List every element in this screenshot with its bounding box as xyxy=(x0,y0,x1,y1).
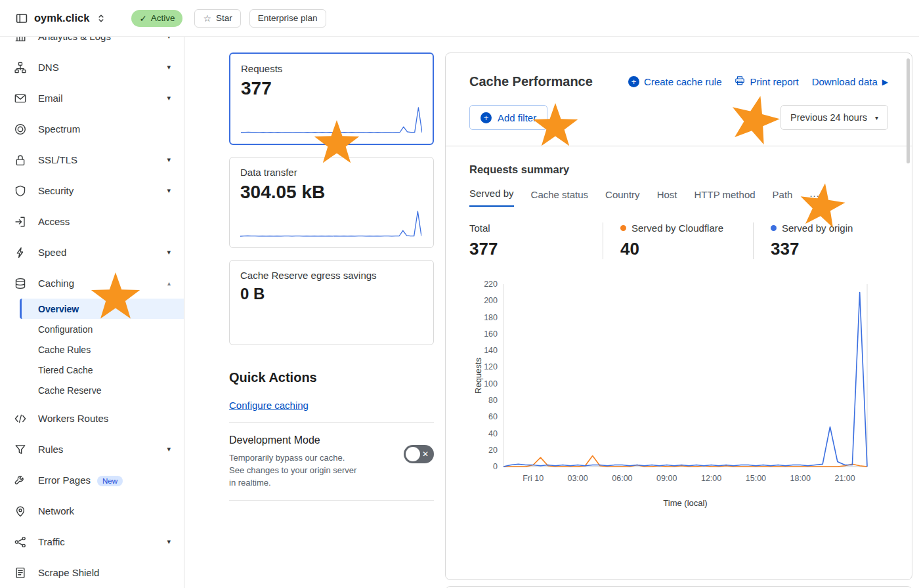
svg-text:Fri 10: Fri 10 xyxy=(523,474,544,483)
plus-circle-icon: + xyxy=(628,76,639,87)
chevron-down-icon: ▾ xyxy=(167,537,171,546)
sidebar-item-error-pages[interactable]: Error PagesNew xyxy=(0,465,184,495)
sidebar-item-security[interactable]: Security ▾ xyxy=(0,175,184,206)
sidebar-item-network[interactable]: Network xyxy=(0,495,184,526)
svg-text:20: 20 xyxy=(488,446,498,455)
tab-served-by[interactable]: Served by xyxy=(469,188,514,207)
sidebar-item-speed[interactable]: Speed ▾ xyxy=(0,237,184,268)
svg-text:03:00: 03:00 xyxy=(567,474,588,483)
sidebar-item-analytics[interactable]: Analytics & Logs ▾ xyxy=(0,37,184,52)
tab-host[interactable]: Host xyxy=(657,189,677,207)
tab-http-method[interactable]: HTTP method xyxy=(694,189,755,207)
email-icon xyxy=(14,93,26,104)
sidebar-item-dns[interactable]: DNS ▾ xyxy=(0,52,184,83)
lock-icon xyxy=(14,154,26,166)
scrollbar-thumb[interactable] xyxy=(907,58,910,163)
sidebar-panel-icon[interactable] xyxy=(16,12,28,24)
main-content: Requests 377 Data transfer 304.05 kB Cac… xyxy=(184,37,919,588)
sidebar-item-email[interactable]: Email ▾ xyxy=(0,83,184,114)
requests-sparkline xyxy=(241,104,422,135)
sidebar-item-spectrum[interactable]: Spectrum xyxy=(0,114,184,144)
divider xyxy=(229,422,434,423)
sidebar-item-caching[interactable]: Caching ▴ xyxy=(0,268,184,299)
sidebar-item-ssl-tls[interactable]: SSL/TLS ▾ xyxy=(0,144,184,175)
document-icon xyxy=(14,567,26,579)
chevron-down-icon: ▾ xyxy=(167,186,171,195)
shield-icon xyxy=(14,185,26,197)
chevron-down-icon: ▾ xyxy=(167,248,171,257)
blue-dot-icon xyxy=(771,225,777,231)
svg-text:200: 200 xyxy=(484,296,498,305)
orange-dot-icon xyxy=(620,225,626,231)
dev-mode-description: Temporarily bypass our cache. See change… xyxy=(229,452,359,490)
sidebar-nav: Analytics & Logs ▾ DNS ▾ Email ▾ Spectru… xyxy=(0,37,184,588)
requests-summary-title: Requests summary xyxy=(469,163,888,176)
cache-reserve-card[interactable]: Cache Reserve egress savings 0 B xyxy=(229,260,434,345)
more-tabs-ellipsis-icon[interactable]: ... xyxy=(809,188,820,207)
tab-cache-status[interactable]: Cache status xyxy=(531,189,589,207)
add-filter-button[interactable]: + Add filter xyxy=(469,105,547,130)
create-cache-rule-link[interactable]: + Create cache rule xyxy=(628,76,721,87)
site-name: oymk.click xyxy=(34,12,89,24)
panel-title: Cache Performance xyxy=(469,74,593,89)
svg-text:60: 60 xyxy=(488,412,498,421)
summary-stats: Total 377 Served by Cloudflare 40 Served… xyxy=(469,222,888,259)
svg-text:12:00: 12:00 xyxy=(701,474,721,483)
bolt-icon xyxy=(14,247,26,259)
chevron-up-icon: ▴ xyxy=(167,280,171,287)
star-button[interactable]: ☆ Star xyxy=(194,9,240,28)
sidebar-item-tiered-cache[interactable]: Tiered Cache xyxy=(0,360,184,380)
database-icon xyxy=(14,278,26,289)
stat-served-by-origin: Served by origin 337 xyxy=(753,222,866,259)
sidebar-item-rules[interactable]: Rules ▾ xyxy=(0,434,184,465)
configure-caching-link[interactable]: Configure caching xyxy=(229,400,309,411)
chevron-down-icon: ▾ xyxy=(167,156,171,164)
sidebar-item-traffic[interactable]: Traffic ▾ xyxy=(0,526,184,557)
sidebar-item-workers-routes[interactable]: Workers Routes xyxy=(0,403,184,434)
print-report-link[interactable]: Print report xyxy=(735,75,798,88)
svg-text:160: 160 xyxy=(484,329,498,339)
toggle-knob xyxy=(406,447,420,461)
chart-y-axis-label: Requests xyxy=(473,358,483,394)
tab-path[interactable]: Path xyxy=(773,189,793,207)
quick-actions-title: Quick Actions xyxy=(229,370,434,385)
requests-chart: Requests 020406080100120140160180200220F… xyxy=(469,279,888,508)
pin-icon xyxy=(14,505,26,517)
svg-text:140: 140 xyxy=(484,346,498,355)
spectrum-icon xyxy=(14,123,26,135)
sidebar-item-caching-overview[interactable]: Overview xyxy=(20,299,184,319)
data-transfer-card[interactable]: Data transfer 304.05 kB xyxy=(229,157,434,248)
line-chart: 020406080100120140160180200220Fri 1003:0… xyxy=(469,279,876,495)
tab-country[interactable]: Country xyxy=(605,189,640,207)
svg-text:80: 80 xyxy=(488,396,498,405)
site-switcher-icon[interactable] xyxy=(96,13,106,24)
caching-subnav: Overview Configuration Cache Rules Tiere… xyxy=(0,299,184,400)
sidebar-item-cache-reserve[interactable]: Cache Reserve xyxy=(0,380,184,400)
time-range-dropdown[interactable]: Previous 24 hours ▾ xyxy=(780,105,888,130)
svg-text:06:00: 06:00 xyxy=(612,474,632,483)
sidebar-item-access[interactable]: Access xyxy=(0,206,184,237)
printer-icon xyxy=(735,75,745,88)
development-mode-section: Development Mode Temporarily bypass our … xyxy=(229,434,434,490)
dns-icon xyxy=(14,62,26,74)
card-value: 0 B xyxy=(240,285,423,303)
card-value: 377 xyxy=(241,78,422,99)
sidebar-item-caching-configuration[interactable]: Configuration xyxy=(0,319,184,339)
svg-text:21:00: 21:00 xyxy=(834,474,855,483)
plus-circle-icon: + xyxy=(481,112,492,123)
metric-column: Requests 377 Data transfer 304.05 kB Cac… xyxy=(229,52,434,501)
requests-card[interactable]: Requests 377 xyxy=(229,52,434,145)
sidebar-item-cache-rules[interactable]: Cache Rules xyxy=(0,339,184,360)
svg-text:100: 100 xyxy=(484,379,498,388)
download-data-link[interactable]: Download data ▶ xyxy=(812,76,888,87)
star-outline-icon: ☆ xyxy=(203,13,211,24)
sidebar-item-scrape-shield[interactable]: Scrape Shield xyxy=(0,557,184,588)
funnel-icon xyxy=(14,444,26,455)
svg-text:18:00: 18:00 xyxy=(790,474,811,483)
card-value: 304.05 kB xyxy=(240,182,423,203)
card-title: Requests xyxy=(241,63,422,74)
dev-mode-toggle[interactable]: ✕ xyxy=(404,445,434,463)
code-brackets-icon xyxy=(14,413,26,425)
summary-tabs: Served by Cache status Country Host HTTP… xyxy=(469,188,888,207)
plan-badge[interactable]: Enterprise plan xyxy=(249,9,326,28)
